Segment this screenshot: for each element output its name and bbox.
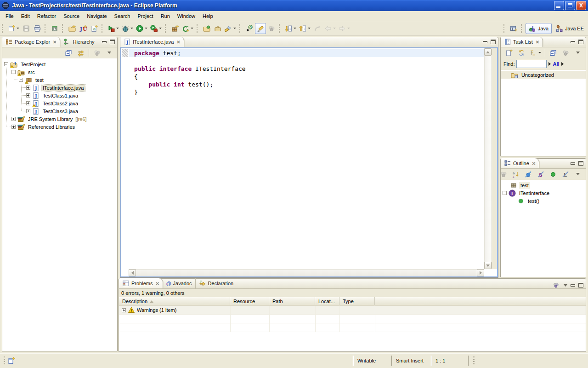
menu-help[interactable]: Help	[199, 12, 217, 20]
dropdown-arrow[interactable]	[130, 28, 133, 29]
problems-group-row[interactable]: Warnings (1 item)	[119, 306, 586, 315]
code-line-4[interactable]: {	[129, 73, 484, 80]
new-task-button[interactable]	[503, 47, 514, 58]
new-annotation-button[interactable]: a	[89, 23, 100, 34]
tree-item-src[interactable]: src	[2, 68, 117, 76]
menu-run[interactable]: Run	[157, 12, 174, 20]
next-annotation-button[interactable]	[283, 23, 298, 34]
new-java-package-button[interactable]	[170, 23, 181, 34]
tree-item-testproject[interactable]: J TestProject	[2, 60, 117, 68]
open-perspective-button[interactable]	[508, 23, 519, 34]
dropdown-arrow[interactable]	[116, 28, 119, 29]
close-tab-icon[interactable]: ✕	[176, 40, 180, 45]
focus-button[interactable]	[498, 169, 509, 180]
collapse-toggle[interactable]	[4, 62, 8, 66]
menu-file[interactable]: File	[2, 12, 17, 20]
maximize-editor-icon[interactable]	[491, 40, 496, 44]
fast-view-button[interactable]	[7, 356, 16, 365]
dropdown-arrow[interactable]	[17, 28, 19, 29]
back-button[interactable]	[323, 23, 337, 34]
code-line-2[interactable]	[129, 57, 484, 65]
tab-javadoc[interactable]: @ Javadoc	[163, 278, 195, 288]
dropdown-arrow[interactable]	[294, 28, 296, 29]
java-perspective-button[interactable]: J Java	[526, 23, 552, 34]
update-button[interactable]	[49, 23, 60, 34]
dropdown-arrow[interactable]	[145, 28, 147, 29]
close-button[interactable]: X	[576, 1, 586, 10]
menu-search[interactable]: Search	[111, 12, 134, 20]
view-menu-button[interactable]	[572, 169, 583, 180]
code-line-6[interactable]: }	[129, 88, 484, 96]
new-java-project-button[interactable]	[67, 23, 78, 34]
filters-button[interactable]	[551, 281, 560, 289]
view-menu-icon[interactable]	[564, 284, 567, 287]
open-type-button[interactable]	[201, 23, 212, 34]
collapse-toggle[interactable]	[11, 70, 16, 74]
column-path[interactable]: Path	[269, 297, 315, 305]
dropdown-arrow[interactable]	[538, 52, 541, 53]
maximize-view-icon[interactable]	[110, 40, 115, 44]
toolbar-grip[interactable]	[45, 24, 48, 33]
dropdown-arrow[interactable]	[347, 28, 350, 29]
find-next-icon[interactable]	[548, 62, 551, 66]
hide-fields-button[interactable]	[523, 169, 534, 180]
tree-item-testclass1[interactable]: J TestClass1.java	[2, 92, 117, 99]
open-resource-button[interactable]	[212, 23, 223, 34]
column-location[interactable]: Locat...	[315, 297, 339, 305]
view-menu-button[interactable]	[572, 47, 583, 58]
scroll-up-button[interactable]	[484, 48, 492, 56]
debug-button[interactable]	[120, 23, 135, 34]
mark-occurrences-toggle[interactable]	[255, 23, 266, 34]
expand-toggle[interactable]	[11, 125, 16, 129]
code-editor[interactable]: package test; public interface ITestInte…	[129, 48, 484, 269]
task-category-row[interactable]: Uncategorized	[501, 71, 586, 79]
collapse-all-button[interactable]	[63, 47, 74, 58]
scroll-down-button[interactable]	[484, 262, 492, 269]
expand-toggle[interactable]	[26, 109, 30, 113]
filters-button[interactable]	[91, 47, 102, 58]
last-edit-location-button[interactable]	[312, 23, 323, 34]
column-description[interactable]: Description	[119, 297, 230, 305]
close-tab-icon[interactable]: ✕	[536, 40, 539, 45]
expand-toggle[interactable]	[26, 86, 30, 90]
minimize-view-icon[interactable]	[571, 284, 575, 287]
tree-item-itestinterface[interactable]: J ITestInterface.java	[2, 84, 117, 92]
forward-button[interactable]	[337, 23, 351, 34]
collapse-all-button[interactable]	[548, 47, 559, 58]
dropdown-arrow[interactable]	[333, 28, 336, 29]
run-button[interactable]	[135, 23, 149, 34]
tree-item-test-package[interactable]: test	[2, 76, 117, 84]
java-ee-perspective-button[interactable]: Java EE	[553, 23, 587, 34]
minimize-view-icon[interactable]	[571, 162, 575, 165]
hide-non-public-button[interactable]	[548, 169, 559, 180]
run-last-tool-button[interactable]	[149, 23, 163, 34]
tab-itestinterface-java[interactable]: J ITestInterface.java ✕	[120, 37, 184, 47]
maximize-view-icon[interactable]	[578, 161, 583, 166]
tab-package-explorer[interactable]: Package Explor ✕	[2, 37, 60, 47]
refresh-button[interactable]	[181, 23, 195, 34]
maximize-view-icon[interactable]	[578, 283, 583, 288]
new-wizard-button[interactable]	[6, 23, 21, 34]
code-line-5[interactable]: public int test();	[129, 80, 484, 88]
maximize-view-icon[interactable]	[578, 40, 583, 44]
search-button[interactable]	[223, 23, 237, 34]
tree-item-testclass2[interactable]: J TestClass2.java	[2, 99, 117, 107]
annotation-ruler[interactable]	[121, 48, 129, 269]
tab-declaration[interactable]: Declaration	[195, 278, 237, 288]
tree-item-testclass3[interactable]: J TestClass3.java	[2, 107, 117, 115]
minimize-button[interactable]	[554, 1, 564, 10]
hide-local-types-button[interactable]: L	[560, 169, 571, 180]
coverage-button[interactable]	[106, 23, 120, 34]
menu-navigate[interactable]: Navigate	[83, 12, 110, 20]
dropdown-arrow[interactable]	[159, 28, 162, 29]
tab-problems[interactable]: Problems ✕	[119, 278, 163, 288]
annotations-button[interactable]	[266, 23, 277, 34]
menu-window[interactable]: Window	[174, 12, 199, 20]
tab-hierarchy[interactable]: Hierarchy	[60, 37, 97, 47]
filter-next-icon[interactable]	[561, 62, 564, 66]
menu-edit[interactable]: Edit	[17, 12, 34, 20]
outline-item-package[interactable]: test	[501, 181, 586, 189]
menu-project[interactable]: Project	[134, 12, 157, 20]
horizontal-scrollbar[interactable]	[129, 269, 484, 276]
tab-outline[interactable]: Outline ✕	[501, 158, 539, 168]
